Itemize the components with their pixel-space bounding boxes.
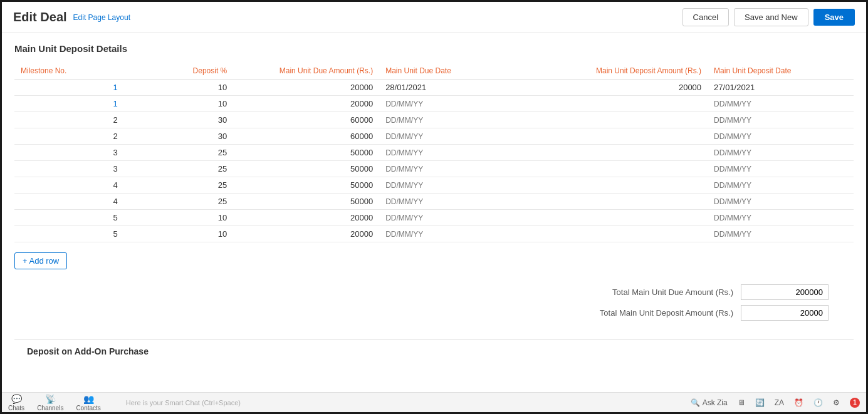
- page-header: Edit Deal Edit Page Layout Cancel Save a…: [2, 2, 866, 33]
- cell-due-date[interactable]: [379, 161, 525, 177]
- deposit-date-input[interactable]: [714, 100, 847, 108]
- save-button[interactable]: Save: [813, 9, 855, 26]
- cell-deposit-date[interactable]: 27/01/2021: [708, 80, 854, 96]
- cell-milestone: 4: [14, 177, 124, 194]
- cell-due-date[interactable]: [379, 96, 525, 112]
- due-date-input[interactable]: [385, 230, 519, 239]
- cell-deposit-amount[interactable]: [525, 177, 708, 194]
- deposit-amount-input[interactable]: [531, 230, 701, 239]
- deposit-amount-input[interactable]: [531, 165, 701, 173]
- summary-section: Total Main Unit Due Amount (Rs.) Total M…: [14, 284, 854, 321]
- due-date-input[interactable]: [385, 116, 519, 125]
- cell-due-date[interactable]: [379, 177, 525, 194]
- total-due-value[interactable]: [741, 284, 829, 300]
- footer-screen[interactable]: 🖥: [738, 398, 745, 407]
- deposit-date-input[interactable]: [714, 214, 847, 222]
- due-date-input[interactable]: [385, 100, 519, 108]
- contacts-icon: 👥: [83, 394, 94, 404]
- zia-icon: 🔍: [691, 398, 700, 407]
- due-date-input[interactable]: [385, 165, 519, 173]
- cell-deposit-date[interactable]: [708, 112, 854, 128]
- deposit-date-input[interactable]: [714, 148, 847, 157]
- cell-milestone[interactable]: 1: [14, 80, 124, 96]
- cell-deposit-amount[interactable]: [525, 145, 708, 161]
- due-date-input[interactable]: [385, 214, 519, 222]
- cell-deposit-date[interactable]: [708, 226, 854, 242]
- footer-za[interactable]: ZA: [775, 398, 784, 407]
- due-date-input[interactable]: [385, 132, 519, 141]
- edit-page-layout-link[interactable]: Edit Page Layout: [73, 13, 130, 22]
- footer-ask-zia[interactable]: 🔍 Ask Zia: [691, 398, 728, 407]
- cell-deposit-date[interactable]: [708, 210, 854, 226]
- table-row: 51020000: [14, 226, 854, 242]
- cell-deposit-date[interactable]: [708, 161, 854, 177]
- deposit-amount-input[interactable]: [531, 197, 701, 206]
- deposit-date-input[interactable]: [714, 165, 847, 173]
- col-header-due-date: Main Unit Due Date: [379, 63, 525, 80]
- deposit-amount-input[interactable]: [531, 148, 701, 157]
- cell-due-date[interactable]: [379, 210, 525, 226]
- deposit-amount-input[interactable]: [531, 214, 701, 222]
- cell-due-date[interactable]: [379, 112, 525, 128]
- cell-deposit-amount[interactable]: 20000: [525, 80, 708, 96]
- deposit-date-input[interactable]: [714, 230, 847, 239]
- footer-chats[interactable]: 💬 Chats: [8, 394, 24, 411]
- total-deposit-value[interactable]: [741, 305, 829, 321]
- cell-deposit-date[interactable]: [708, 194, 854, 210]
- deposit-date-input[interactable]: [714, 116, 847, 125]
- deposit-date-input[interactable]: [714, 132, 847, 141]
- footer-settings[interactable]: ⚙: [833, 398, 840, 407]
- timer-icon: ⏰: [794, 398, 803, 407]
- cell-deposit-amount[interactable]: [525, 112, 708, 128]
- cell-due-date[interactable]: [379, 128, 525, 145]
- add-row-button[interactable]: + Add row: [14, 252, 67, 269]
- refresh-icon: 🔄: [755, 398, 765, 407]
- cell-deposit-amount[interactable]: [525, 96, 708, 112]
- deposit-amount-input[interactable]: [531, 132, 701, 141]
- cell-due-date[interactable]: [379, 194, 525, 210]
- cell-deposit-amount[interactable]: [525, 210, 708, 226]
- cell-deposit-date[interactable]: [708, 145, 854, 161]
- cell-deposit-date[interactable]: [708, 177, 854, 194]
- cancel-button[interactable]: Cancel: [682, 8, 729, 26]
- cell-due-amount: 20000: [233, 226, 379, 242]
- footer-contacts[interactable]: 👥 Contacts: [76, 394, 100, 411]
- cell-deposit-amount[interactable]: [525, 226, 708, 242]
- total-deposit-label: Total Main Unit Deposit Amount (Rs.): [577, 308, 733, 318]
- save-and-new-button[interactable]: Save and New: [734, 8, 808, 26]
- due-date-input[interactable]: [385, 148, 519, 157]
- cell-deposit-amount[interactable]: [525, 161, 708, 177]
- cell-milestone: 2: [14, 112, 124, 128]
- col-header-due-amount: Main Unit Due Amount (Rs.): [233, 63, 379, 80]
- footer-history[interactable]: 🕐: [813, 398, 823, 407]
- cell-deposit-pct: 25: [124, 194, 234, 210]
- cell-due-date[interactable]: [379, 226, 525, 242]
- cell-deposit-amount[interactable]: [525, 194, 708, 210]
- cell-milestone[interactable]: 1: [14, 96, 124, 112]
- due-date-input[interactable]: [385, 197, 519, 206]
- total-deposit-row: Total Main Unit Deposit Amount (Rs.): [577, 305, 829, 321]
- header-buttons: Cancel Save and New Save: [682, 8, 855, 26]
- deposit-date-input[interactable]: [714, 181, 847, 190]
- cell-milestone: 5: [14, 210, 124, 226]
- deposit-date-input[interactable]: [714, 197, 847, 206]
- deposit-amount-input[interactable]: [531, 100, 701, 108]
- notification-badge[interactable]: 1: [850, 398, 860, 408]
- cell-deposit-pct: 30: [124, 112, 234, 128]
- cell-deposit-pct: 10: [124, 210, 234, 226]
- cell-due-date[interactable]: [379, 145, 525, 161]
- footer-channels[interactable]: 📡 Channels: [37, 394, 63, 411]
- cell-due-date[interactable]: 28/01/2021: [379, 80, 525, 96]
- deposit-amount-input[interactable]: [531, 181, 701, 190]
- cell-deposit-date[interactable]: [708, 96, 854, 112]
- cell-deposit-pct: 10: [124, 80, 234, 96]
- deposit-amount-input[interactable]: [531, 116, 701, 125]
- footer-right: 🔍 Ask Zia 🖥 🔄 ZA ⏰ 🕐 ⚙ 1: [691, 398, 860, 408]
- due-date-input[interactable]: [385, 181, 519, 190]
- footer-refresh[interactable]: 🔄: [755, 398, 765, 407]
- footer-timer[interactable]: ⏰: [794, 398, 803, 407]
- cell-milestone: 4: [14, 194, 124, 210]
- page-title: Edit Deal: [13, 10, 67, 24]
- cell-deposit-date[interactable]: [708, 128, 854, 145]
- cell-deposit-amount[interactable]: [525, 128, 708, 145]
